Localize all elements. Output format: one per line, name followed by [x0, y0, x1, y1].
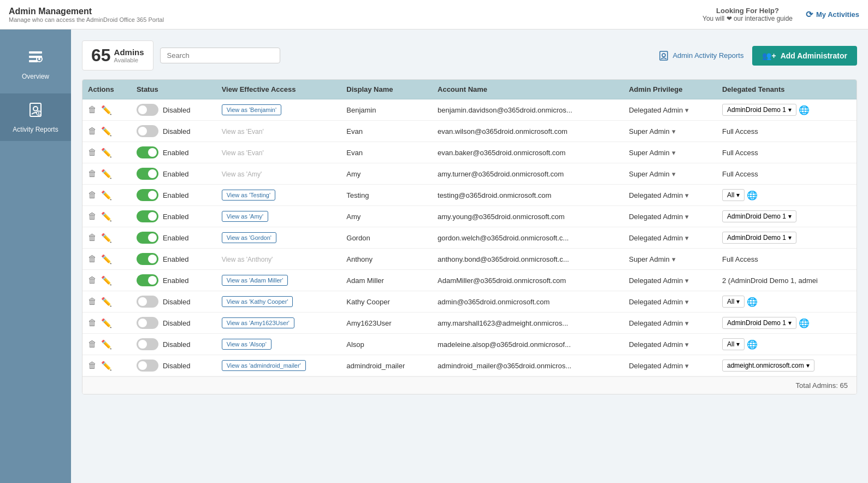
edit-icon[interactable]: ✏️: [101, 105, 112, 115]
privilege-value: Delegated Admin: [629, 276, 683, 285]
actions-cell: 🗑 ✏️: [82, 185, 131, 206]
tenant-dropdown-button[interactable]: AdminDroid Demo 1 ▾: [722, 210, 796, 222]
status-toggle[interactable]: [137, 360, 158, 372]
tenant-dropdown-arrow: ▾: [736, 340, 740, 348]
edit-icon[interactable]: ✏️: [101, 361, 112, 371]
tenant-dropdown-button[interactable]: AdminDroid Demo 1 ▾: [722, 317, 796, 329]
edit-icon[interactable]: ✏️: [101, 297, 112, 307]
view-effective-access-cell: View as 'Kathy Cooper': [216, 291, 341, 313]
delete-icon[interactable]: 🗑: [88, 275, 97, 285]
display-name-cell: Testing: [341, 185, 432, 206]
status-toggle[interactable]: [137, 168, 158, 180]
tenant-dropdown-button[interactable]: All ▾: [722, 338, 745, 350]
activity-reports-link[interactable]: Admin Activity Reports: [658, 50, 743, 61]
status-toggle[interactable]: [137, 210, 158, 222]
display-name-cell: Evan: [341, 142, 432, 163]
display-name-cell: Kathy Cooper: [341, 291, 432, 313]
delete-icon[interactable]: 🗑: [88, 339, 97, 349]
privilege-dropdown-arrow[interactable]: ▾: [685, 319, 689, 327]
tenant-value: AdminDroid Demo 1: [727, 319, 786, 327]
privilege-dropdown-arrow[interactable]: ▾: [685, 213, 689, 221]
privilege-dropdown-arrow[interactable]: ▾: [672, 149, 676, 157]
delete-icon[interactable]: 🗑: [88, 361, 97, 370]
admin-privilege-cell: Delegated Admin ▾: [623, 270, 717, 291]
tenant-dropdown-arrow: ▾: [806, 362, 810, 369]
account-name-cell: benjamin.davidson@o365droid.onmicros...: [432, 99, 623, 121]
privilege-dropdown-arrow[interactable]: ▾: [685, 106, 689, 114]
table-row: 🗑 ✏️ Disabled View as 'Benjamin'Benjamin…: [82, 99, 857, 121]
privilege-dropdown-arrow[interactable]: ▾: [672, 127, 676, 136]
delete-icon[interactable]: 🗑: [88, 148, 97, 157]
my-activities-button[interactable]: ⟳ My Activities: [806, 9, 859, 20]
status-toggle[interactable]: [137, 274, 158, 286]
status-text: Disabled: [163, 298, 191, 306]
status-toggle[interactable]: [137, 125, 158, 137]
add-administrator-button[interactable]: 👥+ Add Administrator: [752, 46, 857, 66]
globe-icon[interactable]: 🌐: [799, 318, 810, 328]
privilege-dropdown-arrow[interactable]: ▾: [685, 362, 689, 370]
view-as-button[interactable]: View as 'Kathy Cooper': [222, 296, 293, 307]
edit-icon[interactable]: ✏️: [101, 275, 112, 286]
view-as-disabled: View as 'Amy': [222, 170, 262, 178]
total-admins-label: Total Admins: 65: [796, 381, 848, 390]
view-as-button[interactable]: View as 'admindroid_mailer': [222, 360, 306, 371]
privilege-dropdown-arrow[interactable]: ▾: [685, 234, 689, 242]
account-name-cell: madeleine.alsop@o365droid.onmicrosof...: [432, 334, 623, 355]
view-as-button[interactable]: View as 'Alsop': [222, 339, 271, 350]
view-as-button[interactable]: View as 'Adam Miller': [222, 275, 288, 286]
delete-icon[interactable]: 🗑: [88, 254, 97, 264]
view-as-button[interactable]: View as 'Amy1623User': [222, 317, 294, 328]
globe-icon[interactable]: 🌐: [747, 297, 758, 307]
status-toggle[interactable]: [137, 232, 158, 244]
privilege-dropdown-arrow[interactable]: ▾: [672, 255, 676, 263]
delete-icon[interactable]: 🗑: [88, 233, 97, 243]
display-name-cell: Evan: [341, 121, 432, 142]
globe-icon[interactable]: 🌐: [747, 190, 758, 201]
status-toggle[interactable]: [137, 253, 158, 265]
status-toggle[interactable]: [137, 338, 158, 350]
delete-icon[interactable]: 🗑: [88, 190, 97, 200]
status-toggle[interactable]: [137, 189, 158, 201]
search-input[interactable]: [160, 48, 280, 63]
delete-icon[interactable]: 🗑: [88, 169, 97, 179]
edit-icon[interactable]: ✏️: [101, 211, 112, 222]
privilege-dropdown-arrow[interactable]: ▾: [685, 298, 689, 306]
globe-icon[interactable]: 🌐: [747, 339, 758, 350]
view-as-button[interactable]: View as 'Benjamin': [222, 104, 281, 115]
edit-icon[interactable]: ✏️: [101, 339, 112, 350]
delete-icon[interactable]: 🗑: [88, 126, 97, 136]
tenant-dropdown-button[interactable]: All ▾: [722, 189, 745, 201]
tenant-dropdown-button[interactable]: All ▾: [722, 296, 745, 308]
privilege-dropdown-arrow[interactable]: ▾: [685, 340, 689, 349]
status-toggle[interactable]: [137, 104, 158, 116]
tenant-dropdown-button[interactable]: admeight.onmicrosoft.com ▾: [722, 360, 814, 372]
privilege-dropdown-arrow[interactable]: ▾: [685, 191, 689, 199]
view-as-button[interactable]: View as 'Amy': [222, 211, 269, 222]
edit-icon[interactable]: ✏️: [101, 148, 112, 158]
status-toggle[interactable]: [137, 317, 158, 329]
edit-icon[interactable]: ✏️: [101, 233, 112, 243]
tenant-value: AdminDroid Demo 1: [727, 234, 786, 241]
edit-icon[interactable]: ✏️: [101, 318, 112, 328]
edit-icon[interactable]: ✏️: [101, 254, 112, 264]
globe-icon[interactable]: 🌐: [799, 105, 810, 115]
sidebar-item-overview[interactable]: Overview: [0, 40, 71, 88]
delete-icon[interactable]: 🗑: [88, 297, 97, 307]
edit-icon[interactable]: ✏️: [101, 169, 112, 179]
delegated-tenants-cell: All ▾ 🌐: [717, 291, 857, 313]
delete-icon[interactable]: 🗑: [88, 105, 97, 115]
svg-point-6: [33, 107, 38, 111]
status-toggle[interactable]: [137, 296, 158, 308]
edit-icon[interactable]: ✏️: [101, 190, 112, 201]
delete-icon[interactable]: 🗑: [88, 211, 97, 221]
view-as-button[interactable]: View as 'Testing': [222, 190, 275, 201]
view-as-button[interactable]: View as 'Gordon': [222, 232, 276, 243]
sidebar-item-activity-reports[interactable]: Activity Reports: [0, 93, 71, 141]
edit-icon[interactable]: ✏️: [101, 126, 112, 137]
delete-icon[interactable]: 🗑: [88, 318, 97, 328]
status-toggle[interactable]: [137, 146, 158, 158]
privilege-dropdown-arrow[interactable]: ▾: [672, 170, 676, 178]
tenant-dropdown-button[interactable]: AdminDroid Demo 1 ▾: [722, 104, 796, 116]
privilege-dropdown-arrow[interactable]: ▾: [685, 276, 689, 285]
tenant-dropdown-button[interactable]: AdminDroid Demo 1 ▾: [722, 232, 796, 244]
